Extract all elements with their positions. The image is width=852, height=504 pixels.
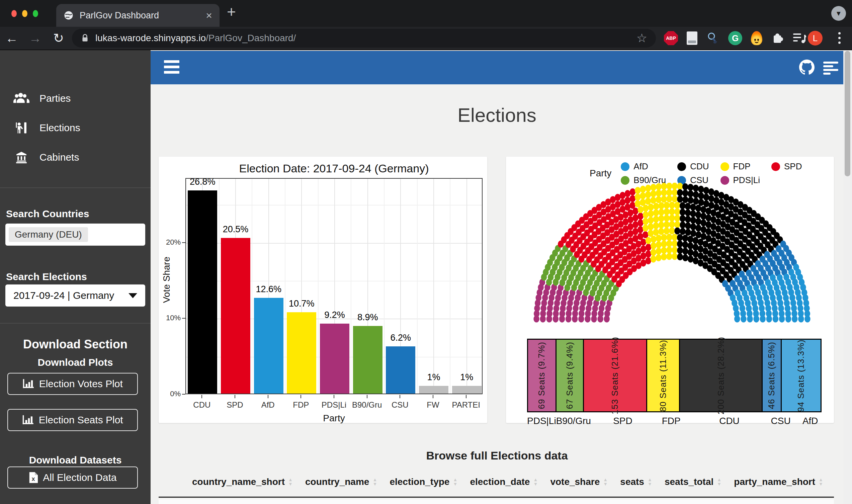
sort-icon[interactable]: ▲▼ [717,478,722,486]
seat-dot [701,233,707,240]
column-header-vote_share[interactable]: vote_share▲▼ [550,476,608,487]
seat-dot [651,236,656,242]
sidebar-item-cabinets[interactable]: Cabinets [0,143,150,172]
bar-value-label: 26.8% [185,178,226,187]
search-countries-label: Search Countries [6,208,89,219]
column-header-label: vote_share [550,476,600,487]
seat-dot [708,188,714,195]
bookmark-star-icon[interactable]: ☆ [636,31,647,45]
scrollbar-thumb[interactable] [845,51,850,176]
extensions-puzzle-icon[interactable] [771,32,784,45]
election-select[interactable]: 2017-09-24 | Germany [5,285,145,307]
votes-chart-plot-area: 26.8%20.5%12.6%10.7%9.2%8.9%6.2%1%1% [185,178,483,394]
seat-dot [669,208,675,215]
column-header-seats[interactable]: seats▲▼ [620,476,652,487]
seat-dot [682,196,688,203]
x-tick-mark [201,395,202,398]
seat-dot [633,228,638,235]
seat-dot [658,228,664,235]
seat-dot [693,185,699,192]
document-extension-icon[interactable] [687,32,697,45]
country-search-input[interactable]: Germany (DEU) [5,223,145,246]
gridline [318,179,319,394]
seat-dot [664,202,670,209]
column-header-country_name_short[interactable]: country_name_short▲▼ [192,476,293,487]
reload-button[interactable]: ↻ [47,31,70,46]
bar-value-label: 10.7% [278,299,325,309]
browser-tab[interactable]: ParlGov Dashboard × [56,4,219,27]
profile-avatar[interactable]: L [808,31,822,46]
all-election-data-button[interactable]: x All Election Data [7,467,138,489]
sort-icon[interactable]: ▲▼ [453,478,457,486]
gridline [417,179,418,394]
url-bar[interactable]: lukas-warode.shinyapps.io/ParlGov_Dashbo… [72,29,656,48]
tab-search-button[interactable]: ▼ [831,6,846,21]
column-header-party_name_short[interactable]: party_name_short▲▼ [734,476,823,487]
minimize-window-button[interactable] [22,10,28,17]
table-body [159,499,834,504]
search-bird-extension-icon[interactable] [706,32,720,45]
page-scrollbar[interactable] [843,50,852,504]
window-controls[interactable] [12,10,38,17]
column-header-election_type[interactable]: election_type▲▼ [389,476,457,487]
stack-segment-label: 80 Seats (11.3%) [658,340,668,412]
sort-icon[interactable]: ▲▼ [648,478,652,486]
stack-party-label: AfD [791,416,830,426]
seat-dot [682,190,688,197]
download-section-title: Download Section [0,337,150,352]
tab-strip: ParlGov Dashboard × + ▼ [0,0,852,27]
seat-dot [643,211,649,218]
github-icon[interactable] [799,59,815,75]
country-tag[interactable]: Germany (DEU) [9,227,88,242]
seat-dot [688,249,694,256]
seat-dot [661,234,667,241]
column-header-country_name[interactable]: country_name▲▼ [305,476,377,487]
seat-dot [640,246,647,253]
sort-icon[interactable]: ▲▼ [373,478,377,486]
x-tick-mark [235,395,235,398]
seat-dot [664,221,670,228]
seats-stacked-bar-labels: PDS|LiB90/GruSPDFDPCDUCSUAfD [527,416,821,426]
seat-dot [701,219,706,227]
sort-icon[interactable]: ▲▼ [603,478,608,486]
sort-icon[interactable]: ▲▼ [288,478,293,486]
controlbar-toggle-icon[interactable] [823,61,838,75]
url-host: lukas-warode.shinyapps.io [95,33,206,43]
election-votes-plot-button[interactable]: Election Votes Plot [7,373,138,395]
column-header-election_date[interactable]: election_date▲▼ [470,476,538,487]
votes-chart-title: Election Date: 2017-09-24 (Germany) [185,162,483,175]
seat-dot [628,210,633,217]
sort-icon[interactable]: ▲▼ [818,478,823,486]
seat-dot [648,223,654,230]
seat-dot [779,316,785,323]
new-tab-button[interactable]: + [227,3,236,21]
grammarly-extension-icon[interactable]: G [728,31,742,45]
sidebar-item-elections[interactable]: Elections [0,113,150,143]
forward-button[interactable]: → [23,31,47,46]
close-window-button[interactable] [12,10,17,17]
adblock-extension-icon[interactable]: ABP [664,31,678,45]
landmark-icon [12,151,31,163]
seat-dot [666,247,672,254]
sort-icon[interactable]: ▲▼ [533,478,538,486]
column-header-seats_total[interactable]: seats_total▲▼ [665,476,722,487]
seat-dot [630,188,636,195]
browser-menu-icon[interactable] [838,32,840,44]
flame-extension-icon[interactable] [751,31,762,45]
person-booth-icon [12,122,31,134]
election-seats-plot-button[interactable]: Election Seats Plot [7,409,138,431]
legend-dot [772,162,780,171]
seat-dot [658,202,665,209]
close-tab-icon[interactable]: × [206,10,212,22]
seat-dot [693,198,699,205]
sidebar-item-parties[interactable]: Parties [0,84,150,113]
back-button[interactable]: ← [0,31,23,46]
seat-dot [658,221,664,229]
stack-party-label: FDP [655,416,688,426]
x-tick-mark [400,395,400,398]
seat-dot [648,230,654,237]
media-queue-icon[interactable] [793,33,806,44]
sidebar-toggle-icon[interactable] [164,60,179,74]
legend-dot [721,162,729,171]
maximize-window-button[interactable] [33,10,38,17]
